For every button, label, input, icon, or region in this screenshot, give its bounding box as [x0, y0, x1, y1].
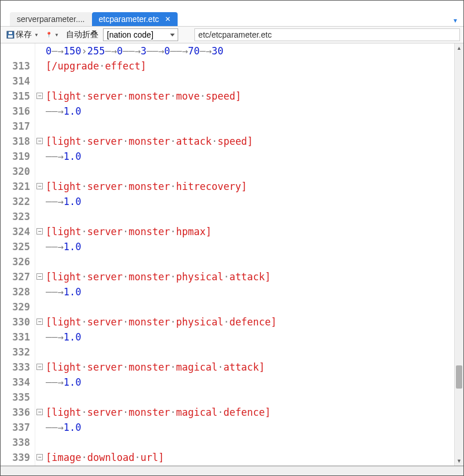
line-number: 315 [1, 89, 30, 104]
fold-toggle-icon[interactable] [36, 183, 43, 189]
line-number: 334 [1, 375, 30, 390]
vertical-scrollbar[interactable]: ▲ ▼ [454, 43, 463, 466]
close-icon[interactable]: ✕ [165, 15, 171, 23]
save-icon [6, 31, 14, 39]
file-path-input[interactable]: etc/etcparameter.etc [194, 28, 460, 41]
auto-fold-button[interactable]: 自动折叠 [64, 28, 101, 41]
fold-toggle-icon[interactable] [36, 273, 43, 280]
code-line[interactable] [46, 299, 463, 314]
line-number: 323 [1, 209, 30, 224]
code-line[interactable]: [/upgrade·effect] [46, 58, 463, 74]
line-number: 337 [1, 420, 30, 435]
code-line[interactable]: ——→1.0 [46, 284, 463, 299]
line-number: 325 [1, 239, 30, 254]
nation-code-combo[interactable]: [nation code] [103, 28, 178, 41]
tab-label: etcparameter.etc [99, 14, 159, 24]
editor-area: 3133143153163173183193203213223233243253… [1, 43, 463, 466]
code-line[interactable]: 0—→150›255—→0——→3——→0——→70—→30 [46, 43, 463, 58]
code-line[interactable] [46, 390, 463, 405]
code-line[interactable]: ——→1.0 [46, 239, 463, 254]
code-content[interactable]: 0—→150›255—→0——→3——→0——→70—→30[/upgrade·… [46, 43, 463, 466]
code-line[interactable]: ——→1.0 [46, 104, 463, 119]
code-line[interactable]: ——→1.0 [46, 375, 463, 390]
line-number-gutter: 3133143153163173183193203213223233243253… [1, 43, 35, 466]
code-line[interactable]: [light·server·monster·hpmax] [46, 224, 463, 239]
code-line[interactable]: ——→1.0 [46, 194, 463, 209]
code-line[interactable]: [light·server·monster·move·speed] [46, 89, 463, 104]
svg-rect-2 [9, 32, 12, 34]
svg-rect-1 [8, 35, 13, 38]
line-number: 318 [1, 134, 30, 149]
toolbar: 保存 ▼ 📍 ▼ 自动折叠 [nation code] etc/etcparam… [1, 26, 463, 43]
horizontal-scrollbar[interactable] [1, 466, 463, 475]
code-line[interactable]: [light·server·monster·physical·defence] [46, 314, 463, 329]
tab-overflow-button[interactable]: ▼ [450, 14, 461, 26]
code-line[interactable] [46, 164, 463, 179]
line-number: 329 [1, 299, 30, 314]
line-number: 331 [1, 329, 30, 345]
line-number: 316 [1, 104, 30, 119]
line-number: 321 [1, 179, 30, 194]
fold-toggle-icon[interactable] [36, 138, 43, 144]
save-label: 保存 [16, 30, 32, 40]
code-line[interactable] [46, 435, 463, 450]
fold-toggle-icon[interactable] [36, 318, 43, 325]
code-editor[interactable]: 3133143153163173183193203213223233243253… [1, 43, 463, 466]
fold-column [35, 43, 46, 465]
code-line[interactable] [46, 74, 463, 89]
tab-etcparameter[interactable]: etcparameter.etc ✕ [92, 12, 178, 26]
save-button[interactable]: 保存 ▼ [4, 28, 41, 41]
line-number: 330 [1, 314, 30, 329]
line-number: 333 [1, 360, 30, 375]
line-number: 313 [1, 58, 30, 74]
pin-icon: 📍 [46, 32, 52, 38]
menu-bar-cut [1, 1, 463, 10]
combo-value: [nation code] [107, 30, 153, 39]
line-number: 339 [1, 450, 30, 465]
line-number: 327 [1, 269, 30, 284]
line-number: 314 [1, 74, 30, 89]
scrollbar-thumb[interactable] [456, 365, 462, 389]
code-line[interactable]: [light·server·monster·physical·attack] [46, 269, 463, 284]
code-line[interactable]: [light·server·monster·magical·defence] [46, 405, 463, 420]
line-number: 320 [1, 164, 30, 179]
editor-window: serverparameter.... etcparameter.etc ✕ ▼… [1, 1, 463, 475]
line-number: 335 [1, 390, 30, 405]
toolbar-icon-button[interactable]: 📍 ▼ [43, 31, 61, 39]
chevron-down-icon: ▼ [54, 32, 59, 38]
fold-toggle-icon[interactable] [36, 93, 43, 99]
line-number: 322 [1, 194, 30, 209]
add-tab-button[interactable] [182, 16, 192, 26]
line-number: 324 [1, 224, 30, 239]
line-number: 326 [1, 254, 30, 269]
chevron-down-icon: ▼ [34, 32, 39, 38]
code-line[interactable]: [light·server·monster·magical·attack] [46, 360, 463, 375]
code-line[interactable]: ——→1.0 [46, 420, 463, 435]
line-number: 336 [1, 405, 30, 420]
code-line[interactable]: ——→1.0 [46, 149, 463, 164]
scroll-up-icon[interactable]: ▲ [455, 43, 463, 53]
tab-bar: serverparameter.... etcparameter.etc ✕ ▼ [1, 10, 463, 26]
tab-label: serverparameter.... [17, 14, 85, 24]
line-number: 319 [1, 149, 30, 164]
line-number: 338 [1, 435, 30, 450]
code-line[interactable] [46, 209, 463, 224]
code-line[interactable]: [image·download·url] [46, 450, 463, 465]
code-line[interactable]: [light·server·monster·hitrecovery] [46, 179, 463, 194]
fold-toggle-icon[interactable] [36, 364, 43, 370]
line-number: 332 [1, 345, 30, 360]
tab-serverparameter[interactable]: serverparameter.... [10, 12, 92, 26]
fold-toggle-icon[interactable] [36, 409, 43, 415]
code-line[interactable] [46, 345, 463, 360]
code-line[interactable] [46, 119, 463, 134]
code-line[interactable]: ——→1.0 [46, 329, 463, 345]
line-number: 328 [1, 284, 30, 299]
auto-fold-label: 自动折叠 [66, 30, 98, 40]
code-line[interactable]: [light·server·monster·attack·speed] [46, 134, 463, 149]
line-number [1, 43, 30, 58]
fold-toggle-icon[interactable] [36, 454, 43, 460]
path-value: etc/etcparameter.etc [198, 30, 272, 39]
scroll-down-icon[interactable]: ▼ [455, 456, 463, 466]
fold-toggle-icon[interactable] [36, 228, 43, 235]
code-line[interactable] [46, 254, 463, 269]
